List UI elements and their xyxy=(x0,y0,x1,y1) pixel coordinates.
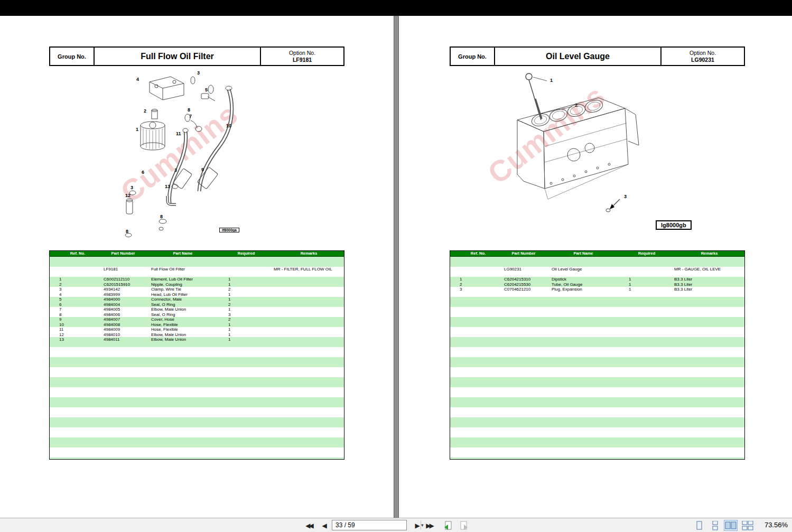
table-cell: 5 xyxy=(50,297,96,302)
callout-number: 6 xyxy=(142,170,144,175)
table-cell xyxy=(264,287,344,292)
table-cell xyxy=(264,302,344,307)
table-row: LG90231Oil Level GaugeMR - GAUGE, OIL LE… xyxy=(450,267,744,272)
table-cell: Clamp, Wire Tie xyxy=(143,287,215,292)
table-cell: Dipstick xyxy=(543,277,615,282)
table-row: 3C0704621210Plug, Expansion1B3.3 Liter xyxy=(450,287,744,292)
table-cell: Tube, Oil Gauge xyxy=(543,282,615,287)
spacer-row xyxy=(50,257,344,267)
table-cell: 4983999 xyxy=(96,292,143,297)
previous-view-button[interactable] xyxy=(443,520,453,531)
table-cell: 2 xyxy=(450,282,497,287)
table-row: 2C6201515910Nipple, Coupling1 xyxy=(50,282,344,287)
spacer-row xyxy=(450,257,744,267)
table-cell: Seal, O Ring xyxy=(143,312,215,318)
table-cell xyxy=(50,267,96,272)
next-view-button[interactable] xyxy=(459,520,469,531)
table-cell: 2 xyxy=(215,302,264,307)
option-no-cell: Option No. LF9181 xyxy=(261,48,343,65)
two-page-icon xyxy=(725,521,737,530)
column-header: Part Name xyxy=(543,251,615,256)
table-cell: B3.3 Liter xyxy=(665,282,744,287)
table-cell: 1 xyxy=(615,277,665,282)
table-cell: 4984007 xyxy=(96,317,143,322)
table-cell: 4984006 xyxy=(96,312,143,318)
table-cell: 3 xyxy=(450,287,497,292)
option-no-cell: Option No. LG90231 xyxy=(661,48,744,65)
parts-table-header: Ref. No.Part NumberPart NameRequiredRema… xyxy=(450,251,744,257)
table-row: 64984004Seal, O Ring2 xyxy=(50,302,344,307)
callout-number: 12 xyxy=(125,193,131,198)
table-row: 1C6204215310Dipstick1B3.3 Liter xyxy=(450,277,744,282)
parts-rows: 1C6204215310Dipstick1B3.3 Liter2C6204215… xyxy=(450,277,744,292)
table-cell: 4984005 xyxy=(96,307,143,312)
column-header: Ref. No. xyxy=(450,251,497,256)
callout-number: 5 xyxy=(205,87,208,92)
callout-number: 1 xyxy=(550,78,553,83)
table-cell: 11 xyxy=(50,327,96,332)
table-cell xyxy=(264,282,344,287)
column-header: Part Number xyxy=(96,251,143,256)
table-row: 94984007Cover, Hose2 xyxy=(50,317,344,322)
table-cell: 1 xyxy=(215,277,264,282)
table-cell xyxy=(264,297,344,302)
callout-number: 3 xyxy=(174,167,177,173)
column-header: Part Number xyxy=(497,251,543,256)
table-cell: Cover, Hose xyxy=(143,317,215,322)
table-cell: 4984011 xyxy=(96,337,143,342)
table-cell: B3.3 Liter xyxy=(665,277,744,282)
table-row: 124984010Elbow, Male Union1 xyxy=(50,332,344,338)
callout-number: 7 xyxy=(189,114,192,119)
table-cell: C6201515910 xyxy=(96,282,143,287)
option-number: LF9181 xyxy=(293,57,312,63)
single-page-icon xyxy=(694,521,704,530)
watermark-text: Cummins xyxy=(481,79,611,190)
group-title-row: LG90231Oil Level GaugeMR - GAUGE, OIL LE… xyxy=(450,267,744,272)
parts-table-right: Ref. No.Part NumberPart NameRequiredRema… xyxy=(450,250,745,460)
two-page-continuous-view-button[interactable] xyxy=(741,520,754,531)
table-cell xyxy=(264,292,344,297)
table-row: LF9181Full Flow Oil FilterMR - FILTER, F… xyxy=(50,267,344,272)
next-page-button[interactable]: ▶ xyxy=(412,520,423,531)
callout-number: 8 xyxy=(160,214,163,219)
figure-code-label: lf8000ga xyxy=(219,228,239,232)
page-number-input[interactable] xyxy=(332,520,421,530)
table-cell: 1 xyxy=(615,282,665,287)
last-page-button[interactable]: ▶▶ xyxy=(425,520,435,531)
column-header: Ref. No. xyxy=(50,251,96,256)
table-cell: C6204215310 xyxy=(497,277,543,282)
two-page-view-button[interactable] xyxy=(724,520,738,531)
table-row: 114984009Hose, Flexible1 xyxy=(50,327,344,332)
page-header-left: Group No. Full Flow Oil Filter Option No… xyxy=(49,46,344,66)
watermark-text: Cummins xyxy=(114,97,244,209)
table-cell: 7 xyxy=(50,307,96,312)
page-number-field: ▾ xyxy=(332,520,407,530)
table-cell xyxy=(264,317,344,322)
spacer-row xyxy=(450,272,744,277)
table-cell: Oil Level Gauge xyxy=(543,267,615,272)
table-cell: 6 xyxy=(50,302,96,307)
table-cell: 4984004 xyxy=(96,302,143,307)
column-header: Remarks xyxy=(665,251,744,256)
pdf-viewer-window: Group No. Full Flow Oil Filter Option No… xyxy=(0,0,792,532)
exploded-parts-diagram: Cummins xyxy=(49,66,344,250)
table-cell: MR - GAUGE, OIL LEVE xyxy=(665,267,744,272)
table-row: 84984006Seal, O Ring3 xyxy=(50,312,344,318)
previous-page-button[interactable]: ◀ xyxy=(319,520,330,531)
table-cell: 8 xyxy=(50,312,96,318)
continuous-view-button[interactable] xyxy=(708,520,722,531)
table-cell: 1 xyxy=(215,332,264,338)
spacer-row xyxy=(50,272,344,277)
callout-number: 3 xyxy=(131,185,133,190)
table-cell xyxy=(264,307,344,312)
table-cell: Elbow, Male Union xyxy=(143,307,215,312)
table-cell: 3 xyxy=(215,312,264,318)
page-split-divider[interactable] xyxy=(394,16,399,518)
previous-view-icon xyxy=(443,520,453,531)
table-cell: C6002112110 xyxy=(96,277,143,282)
first-page-button[interactable]: ◀◀ xyxy=(304,520,315,531)
page-header-right: Group No. Oil Level Gauge Option No. LG9… xyxy=(450,46,745,66)
parts-table-header: Ref. No.Part NumberPart NameRequiredRema… xyxy=(50,251,344,257)
single-page-view-button[interactable] xyxy=(692,520,706,531)
table-row: 44983999Head, Lub Oil Filter1 xyxy=(50,292,344,297)
